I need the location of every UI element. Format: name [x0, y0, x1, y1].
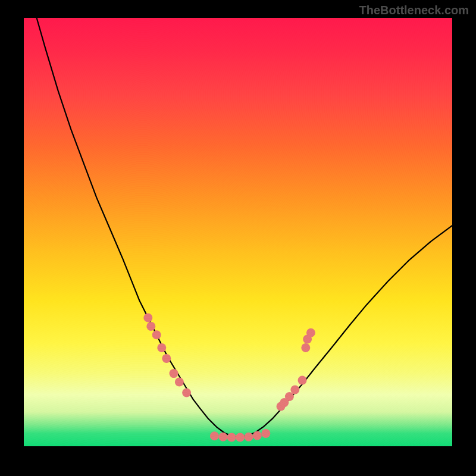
- data-point: [253, 431, 262, 440]
- data-point: [306, 328, 315, 337]
- data-point: [301, 343, 310, 352]
- data-point: [290, 386, 299, 394]
- data-point: [170, 369, 178, 378]
- data-point: [175, 378, 184, 387]
- data-point: [261, 429, 270, 438]
- data-point: [143, 314, 152, 322]
- data-point: [146, 322, 155, 331]
- data-point: [157, 343, 166, 352]
- data-point: [227, 433, 236, 441]
- watermark: TheBottleneck.com: [359, 4, 469, 17]
- curve-right: [238, 226, 452, 437]
- data-point: [218, 433, 227, 441]
- data-point: [210, 431, 219, 440]
- data-point: [152, 330, 161, 339]
- data-point: [245, 433, 253, 441]
- curve-layer: [0, 0, 476, 476]
- data-dots-right: [277, 328, 315, 411]
- data-point: [162, 354, 171, 363]
- data-dots-left: [143, 314, 270, 442]
- data-point: [298, 376, 307, 385]
- data-point: [236, 433, 245, 441]
- data-point: [285, 392, 294, 401]
- data-point: [182, 389, 191, 397]
- curve-left: [37, 18, 238, 437]
